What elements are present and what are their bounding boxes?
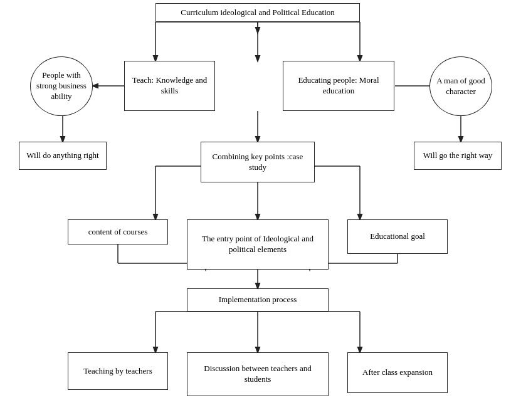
implementation-node: Implementation process xyxy=(187,288,329,312)
root-node: Curriculum ideological and Political Edu… xyxy=(155,3,360,22)
discussion-node: Discussion between teachers and students xyxy=(187,352,329,396)
go-right-node: Will go the right way xyxy=(414,142,502,170)
man-good-node: A man of good character xyxy=(429,56,492,116)
entry-node: The entry point of Ideological and polit… xyxy=(187,219,329,270)
teaching-by-node: Teaching by teachers xyxy=(68,352,168,390)
do-right-node: Will do anything right xyxy=(19,142,107,170)
people-strong-node: People with strong business ability xyxy=(30,56,93,116)
combining-node: Combining key points :case study xyxy=(201,142,315,182)
educating-node: Educating people: Moral education xyxy=(283,61,394,111)
after-class-node: After class expansion xyxy=(347,352,448,393)
edu-goal-node: Educational goal xyxy=(347,219,448,254)
content-node: content of courses xyxy=(68,219,168,244)
diagram: Curriculum ideological and Political Edu… xyxy=(0,0,516,420)
teach-node: Teach: Knowledge and skills xyxy=(124,61,215,111)
